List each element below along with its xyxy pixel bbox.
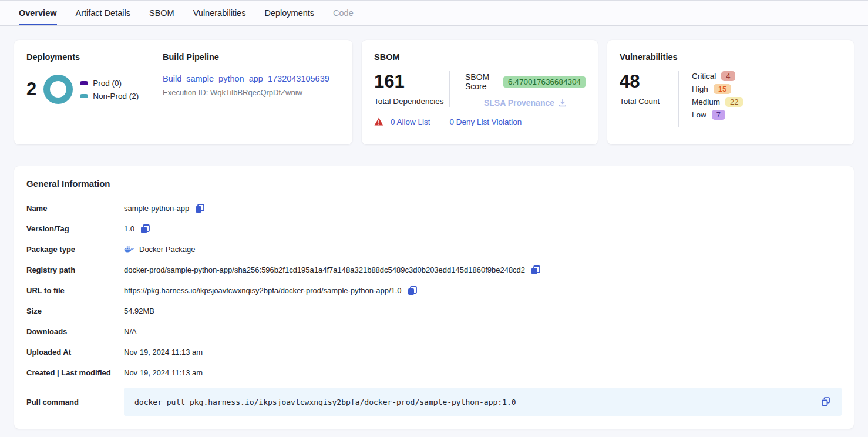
version-value: 1.0 — [124, 224, 134, 233]
url-label: URL to file — [26, 286, 124, 295]
deployments-donut-chart — [43, 75, 73, 104]
execution-id: Execution ID: WqkTilbBRqecQrpDtZwniw — [163, 88, 340, 97]
critical-label: Critical — [692, 72, 716, 80]
tab-bar: Overview Artifact Details SBOM Vulnerabi… — [0, 0, 868, 26]
page-content: Deployments 2 Prod (0) Non-Prod (2) — [0, 26, 868, 437]
deployments-title: Deployments — [26, 52, 163, 62]
size-label: Size — [26, 307, 124, 315]
build-pipeline-title: Build Pipeline — [163, 52, 340, 62]
vulnerabilities-card: Vulnerabilities 48 Total Count Critical … — [607, 40, 854, 144]
medium-count-badge: 22 — [725, 97, 743, 107]
severity-row-medium: Medium 22 — [692, 97, 842, 107]
deployments-section: Deployments 2 Prod (0) Non-Prod (2) — [26, 52, 163, 132]
build-pipeline-section: Build Pipeline Build_sample_python_app_1… — [163, 52, 340, 132]
registry-path-value: docker-prod/sample-python-app/sha256:596… — [124, 265, 525, 274]
vuln-total: 48 — [620, 71, 678, 92]
medium-label: Medium — [692, 98, 720, 106]
sbom-card: SBOM 161 Total Dependencies SBOM Score 6… — [362, 40, 598, 144]
created-modified-value: Nov 19, 2024 11:13 am — [124, 368, 203, 377]
prod-legend-swatch — [80, 81, 88, 85]
slsa-provenance-label: SLSA Provenance — [484, 98, 554, 107]
tab-vulnerabilities[interactable]: Vulnerabilities — [193, 1, 246, 25]
low-count-badge: 7 — [712, 110, 725, 120]
pull-command-value: docker pull pkg.harness.io/ikpsjoavtcwxn… — [134, 398, 516, 406]
tab-code[interactable]: Code — [333, 1, 354, 25]
row-name: Name sample-python-app — [26, 198, 842, 218]
sbom-total-section: 161 Total Dependencies — [374, 71, 449, 107]
legend-item-nonprod: Non-Prod (2) — [80, 92, 139, 100]
general-information-title: General Information — [26, 179, 842, 189]
severity-list: Critical 4 High 15 Medium 22 Low 7 — [679, 71, 842, 127]
copy-icon[interactable] — [140, 224, 150, 234]
vulnerabilities-title: Vulnerabilities — [620, 52, 842, 62]
lists-divider — [440, 116, 440, 127]
critical-count-badge: 4 — [721, 71, 735, 81]
created-modified-label: Created | Last modified — [26, 368, 124, 377]
high-label: High — [692, 85, 708, 93]
pull-command-block: docker pull pkg.harness.io/ikpsjoavtcwxn… — [124, 388, 842, 416]
general-information-card: General Information Name sample-python-a… — [14, 166, 854, 429]
copy-icon[interactable] — [194, 203, 205, 214]
registry-path-label: Registry path — [26, 265, 124, 274]
uploaded-at-label: Uploaded At — [26, 348, 124, 357]
row-uploaded-at: Uploaded At Nov 19, 2024 11:13 am — [26, 342, 842, 362]
name-value: sample-python-app — [124, 204, 189, 213]
downloads-value: N/A — [124, 327, 137, 336]
tab-deployments[interactable]: Deployments — [264, 1, 314, 25]
tab-sbom[interactable]: SBOM — [149, 1, 174, 25]
prod-legend-label: Prod (0) — [93, 79, 122, 88]
row-url: URL to file https://pkg.harness.io/ikpsj… — [26, 280, 842, 301]
vuln-total-label: Total Count — [620, 97, 678, 106]
legend-item-prod: Prod (0) — [80, 79, 139, 88]
download-icon — [559, 99, 567, 107]
tab-overview[interactable]: Overview — [19, 1, 57, 25]
row-pull-command: Pull command docker pull pkg.harness.io/… — [26, 388, 842, 416]
build-pipeline-link[interactable]: Build_sample_python_app_1732043105639 — [163, 74, 329, 83]
allow-list-link[interactable]: 0 Allow List — [391, 117, 430, 126]
low-label: Low — [692, 110, 706, 119]
sbom-title: SBOM — [374, 52, 586, 62]
severity-row-critical: Critical 4 — [692, 71, 842, 81]
tab-artifact-details[interactable]: Artifact Details — [76, 1, 130, 25]
docker-icon — [124, 246, 134, 254]
size-value: 54.92MB — [124, 307, 154, 315]
severity-row-low: Low 7 — [692, 110, 842, 120]
severity-row-high: High 15 — [692, 84, 842, 94]
slsa-provenance-link[interactable]: SLSA Provenance — [465, 98, 586, 107]
row-registry-path: Registry path docker-prod/sample-python-… — [26, 260, 842, 280]
copy-icon[interactable] — [820, 396, 831, 407]
package-type-label: Package type — [26, 245, 124, 254]
sbom-score-badge: 6.470017636684304 — [503, 76, 586, 88]
sbom-total-label: Total Dependencies — [374, 97, 449, 106]
deployments-legend: Prod (0) Non-Prod (2) — [80, 79, 139, 100]
pull-command-label: Pull command — [26, 398, 124, 406]
row-downloads: Downloads N/A — [26, 321, 842, 342]
url-value: https://pkg.harness.io/ikpsjoavtcwxnqisy… — [124, 286, 402, 295]
copy-icon[interactable] — [530, 265, 541, 275]
row-created-modified: Created | Last modified Nov 19, 2024 11:… — [26, 362, 842, 383]
name-label: Name — [26, 204, 124, 213]
downloads-label: Downloads — [26, 327, 124, 336]
sbom-score-label: SBOM Score — [465, 72, 497, 91]
deployments-card: Deployments 2 Prod (0) Non-Prod (2) — [14, 40, 352, 144]
package-type-value: Docker Package — [139, 245, 195, 254]
warning-icon — [374, 117, 383, 126]
sbom-score-row: SBOM Score 6.470017636684304 — [465, 72, 586, 91]
uploaded-at-value: Nov 19, 2024 11:13 am — [124, 348, 203, 357]
vuln-total-section: 48 Total Count — [620, 71, 678, 127]
nonprod-legend-label: Non-Prod (2) — [93, 92, 139, 100]
version-label: Version/Tag — [26, 224, 124, 233]
deployments-total: 2 — [26, 79, 36, 100]
row-package-type: Package type Docker Package — [26, 239, 842, 260]
copy-icon[interactable] — [407, 285, 418, 296]
nonprod-legend-swatch — [80, 94, 88, 98]
row-version: Version/Tag 1.0 — [26, 218, 842, 239]
row-size: Size 54.92MB — [26, 301, 842, 321]
sbom-total: 161 — [374, 71, 449, 92]
deny-list-link[interactable]: 0 Deny List Violation — [450, 117, 522, 126]
summary-row: Deployments 2 Prod (0) Non-Prod (2) — [14, 40, 854, 144]
high-count-badge: 15 — [714, 84, 731, 94]
